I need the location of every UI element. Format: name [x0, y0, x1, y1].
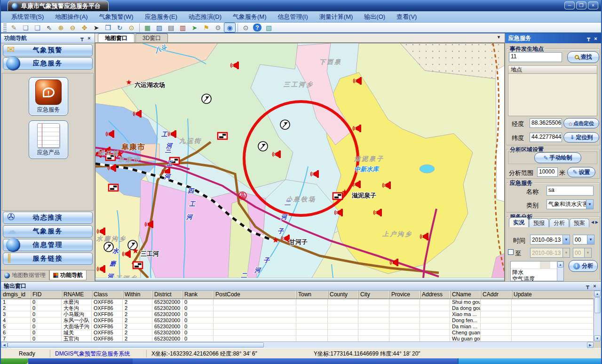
menu-item-0[interactable]: 系统管理(S) [6, 12, 49, 22]
analysis-tab-1[interactable]: 预报 [529, 218, 549, 227]
column-header[interactable]: Within [123, 291, 152, 299]
menu-item-9[interactable]: 查看(V) [391, 12, 422, 22]
name-input[interactable]: sa [547, 186, 594, 196]
help-icon[interactable]: ? [253, 24, 261, 32]
sidebar-item-info-management[interactable]: 信息管理 [3, 239, 93, 251]
column-header[interactable]: City [358, 291, 389, 299]
star-marker-icon[interactable]: ★ [132, 246, 139, 255]
sidebar-item-emergency-service[interactable]: 应急服务 [3, 57, 93, 70]
menu-item-7[interactable]: 测量计算(M) [314, 12, 359, 22]
list-item[interactable]: 空气温度 [511, 276, 563, 281]
location-list[interactable] [508, 74, 597, 116]
minimize-button[interactable]: ─ [564, 1, 575, 9]
emergency-product-shortcut[interactable]: 应急产品 [29, 120, 68, 159]
list-item[interactable]: 降水 [511, 269, 563, 276]
station-icon[interactable] [202, 94, 211, 103]
date-select[interactable]: 2010-08-13▼ [530, 235, 570, 245]
eye-visibility-icon[interactable]: ⊙ [240, 23, 252, 32]
table-row[interactable]: 60城关OXFF8526523020000Cheng guan [1, 330, 594, 336]
menu-item-1[interactable]: 地图操作(A) [49, 12, 93, 22]
column-header[interactable]: dmgis_id [1, 291, 31, 299]
globe-tool-icon[interactable]: ◉ [224, 23, 236, 32]
column-header[interactable]: District [152, 291, 182, 299]
hour-select[interactable]: 00▼ [573, 235, 594, 245]
select-box-icon[interactable]: ❑ [32, 23, 43, 32]
column-header[interactable]: Address [420, 291, 450, 299]
sidebar-item-weather-warning[interactable]: 气象预警✉ [3, 44, 93, 56]
left-tab-0[interactable]: 地图数据管理 [1, 270, 49, 280]
station-icon[interactable] [280, 120, 290, 129]
column-header[interactable]: FID [31, 291, 62, 299]
location-list-header[interactable]: 地点 [508, 65, 597, 74]
select-identify-icon[interactable]: ❏ [20, 23, 32, 32]
map-tab-1[interactable]: 3D窗口 [135, 33, 168, 42]
map-svg[interactable]: ★★★★★三工河乡下西泉城关镇阜康市九运街水磨沟乡三工河乡小泉牧场上户沟乡滋泥泉… [95, 43, 505, 278]
map-export-icon[interactable]: ▨ [153, 23, 165, 32]
close-icon[interactable]: × [86, 35, 93, 41]
menu-item-6[interactable]: 信息管理(I) [272, 12, 314, 22]
chevron-down-icon[interactable]: ▼ [497, 35, 501, 40]
zoom-in-icon[interactable]: ⊕ [55, 23, 67, 32]
sidebar-item-weather-service[interactable]: 气象服务☁ [3, 225, 93, 237]
click-locate-button[interactable]: ⌂ 点击定位 [563, 118, 599, 128]
column-header[interactable]: CAddr [481, 291, 512, 299]
pan-hand-icon[interactable]: ✥ [79, 23, 90, 32]
map-tab-0[interactable]: 地图窗口 [98, 33, 135, 42]
refresh-view-icon[interactable]: ↻ [114, 23, 126, 32]
list-scrollbar[interactable]: ▲ [557, 261, 563, 281]
element-listbox[interactable]: 降水 空气温度 ▲ [510, 261, 564, 281]
emergency-service-shortcut[interactable]: ! 应急服务 [29, 77, 68, 116]
pointer-green-icon[interactable]: ➤ [189, 23, 200, 32]
pin-icon[interactable]: ┳ [585, 35, 592, 41]
settings-gear-icon[interactable]: ⚙ [212, 23, 224, 32]
longitude-input[interactable]: 88.3625506 [530, 119, 562, 128]
map-document-icon[interactable]: ▦ [142, 23, 153, 32]
restore-button[interactable]: ❐ [576, 1, 586, 9]
table-horizontal-scrollbar[interactable]: ◀ ▶ [1, 341, 594, 348]
close-icon[interactable]: × [591, 283, 598, 289]
location-search-input[interactable]: 11 [509, 52, 562, 62]
menu-item-2[interactable]: 气象预警(W) [94, 12, 139, 22]
table-row[interactable]: 20大冬沟OXFF8626523020000Da dong gou [1, 305, 594, 311]
flag-marker-icon[interactable] [133, 262, 143, 269]
table-row[interactable]: 70五官沟OXFF8626523020000Wu guan gou [1, 336, 594, 341]
table-row[interactable]: 30小马厩沟OXFF8626523020000Xiao ma ... [1, 311, 594, 317]
flag-marker-icon[interactable] [218, 133, 227, 139]
print-color-icon[interactable]: ▥ [177, 23, 189, 32]
analysis-tab-0[interactable]: 实况 [509, 217, 529, 227]
image-view-icon[interactable]: ▧ [263, 23, 275, 32]
sidebar-item-service-links[interactable]: 服务链接∥ [3, 253, 93, 265]
station-icon[interactable] [104, 242, 113, 252]
chevron-down-icon[interactable]: ▼ [586, 200, 593, 209]
tab-scroll-arrows[interactable]: ◀ ▶ [591, 220, 598, 224]
sidebar-item-dynamic-deduction[interactable]: 动态推演✇ [3, 212, 93, 224]
star-marker-icon[interactable]: ★ [272, 236, 279, 245]
column-header[interactable]: Update [512, 291, 594, 299]
analysis-tab-3[interactable]: 预案 [570, 218, 589, 227]
pin-icon[interactable]: ┳ [584, 283, 591, 289]
locate-pin-icon[interactable]: ⚑ [200, 23, 212, 32]
hour-to-select[interactable]: 00▼ [573, 248, 592, 258]
column-header[interactable]: RNAME [62, 291, 92, 299]
menu-item-4[interactable]: 动态推演(D) [183, 12, 227, 22]
column-header[interactable]: Town [296, 291, 328, 299]
column-header[interactable]: Class [92, 291, 123, 299]
manual-draw-button[interactable]: ✎ 手动绘制 [534, 152, 581, 163]
map-horizontal-scrollbar[interactable] [95, 280, 504, 281]
close-icon[interactable]: × [592, 36, 599, 41]
star-marker-icon[interactable]: ★ [126, 78, 132, 86]
select-pointer-icon[interactable]: ⇖ [43, 23, 55, 32]
table-row[interactable]: 50大面场子沟OXFF8626523020000Da mian ... [1, 324, 594, 330]
menu-item-3[interactable]: 应急服务(E) [139, 12, 183, 22]
column-header[interactable]: CName [450, 291, 481, 299]
station-icon[interactable] [258, 142, 268, 151]
column-header[interactable]: Rank [182, 291, 214, 299]
table-row[interactable]: 40东风一小队OXFF8626523020000Dong fen... [1, 317, 594, 324]
column-header[interactable]: Provice [389, 291, 420, 299]
left-tab-1[interactable]: 功能导航 [49, 270, 87, 280]
analyze-button[interactable]: i 分析 [569, 260, 598, 272]
menu-item-8[interactable]: 输出(O) [358, 12, 391, 22]
pin-icon[interactable]: ┳ [79, 35, 86, 41]
range-input[interactable]: 10000 [537, 167, 558, 177]
latitude-input[interactable]: 44.2277844 [530, 133, 562, 142]
